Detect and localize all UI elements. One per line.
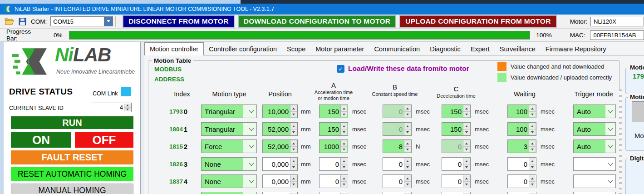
position-stepper[interactable]: 10,000 [262, 104, 298, 118]
acceleration-time-stepper[interactable]: 150 [319, 104, 348, 118]
background-window-strip [0, 0, 241, 4]
spinner-arrows[interactable] [463, 123, 470, 135]
waiting-time-stepper[interactable]: 0 [507, 157, 536, 171]
acceleration-time-stepper[interactable]: 0 [319, 174, 348, 188]
trigger-mode-select[interactable]: Auto [573, 139, 616, 153]
deceleration-time-stepper[interactable] [442, 192, 471, 194]
motion-table-row: 18041Triangular52,000mm150msec0msec150ms… [144, 122, 644, 136]
slave-id-stepper[interactable]: 4 [91, 103, 132, 112]
constant-speed-time-stepper[interactable]: -8 [383, 139, 412, 153]
off-button[interactable]: OFF [75, 132, 133, 148]
deceleration-time-stepper[interactable]: 150 [442, 104, 471, 118]
constant-speed-time-stepper[interactable]: 0 [383, 157, 412, 171]
spinner-arrows[interactable] [340, 105, 347, 117]
spinner-arrows[interactable] [290, 123, 297, 135]
spinner-arrows[interactable] [340, 158, 347, 170]
on-button[interactable]: ON [11, 132, 71, 148]
reset-automatic-homing-button[interactable]: RESET AUTOMATIC HOMING [11, 167, 133, 181]
deceleration-time-stepper[interactable]: 0 [442, 139, 471, 153]
disconnect-from-motor-button[interactable]: DISCONNECT FROM MOTOR [123, 15, 234, 27]
com-port-select[interactable]: COM15 [50, 16, 113, 26]
motor-name-field[interactable]: NLi120X [590, 17, 644, 26]
run-status-button[interactable]: RUN [11, 116, 133, 129]
right-panel-2-button[interactable] [632, 101, 644, 122]
spinner-arrows[interactable] [290, 158, 297, 170]
motion-type-select[interactable]: None [201, 174, 257, 188]
waiting-time-stepper[interactable] [507, 192, 536, 194]
waiting-time-stepper[interactable]: 3 [507, 139, 536, 153]
constant-speed-time-stepper[interactable]: 0 [383, 104, 412, 118]
spinner-arrows[interactable] [529, 140, 536, 152]
motion-type-select[interactable]: None [201, 157, 257, 171]
spinner-arrows[interactable] [290, 105, 297, 117]
position-stepper[interactable]: 52,000 [262, 122, 298, 136]
brand-ni: Ni [55, 44, 73, 65]
download-configuration-button[interactable]: DOWNLOAD CONFIGURATION TO MOTOR [238, 15, 396, 27]
save-icon[interactable] [19, 18, 26, 25]
spinner-arrows[interactable] [529, 123, 536, 135]
field-value: 10,000 [265, 105, 289, 118]
acceleration-time-stepper[interactable]: 150 [319, 122, 348, 136]
spinner-arrows[interactable] [290, 175, 297, 187]
field-value: 150 [321, 105, 339, 118]
spinner-arrows[interactable] [404, 140, 411, 152]
motion-type-select[interactable] [201, 192, 257, 194]
spinner-arrows[interactable] [340, 175, 347, 187]
spinner-arrows[interactable] [290, 140, 297, 152]
spinner-arrows[interactable] [463, 105, 470, 117]
trigger-mode-select[interactable] [573, 157, 616, 171]
deceleration-time-stepper[interactable]: 0 [442, 157, 471, 171]
position-stepper[interactable]: 0,000 [262, 174, 298, 188]
acceleration-time-stepper[interactable]: 1000 [319, 139, 348, 153]
spinner-arrows[interactable] [404, 175, 411, 187]
spinner-arrows[interactable] [463, 140, 470, 152]
spinner-arrows[interactable] [340, 140, 347, 152]
chevron-down-icon [249, 143, 254, 148]
field-value: -8 [385, 140, 403, 153]
brand-name: NiLAB [55, 44, 111, 66]
position-stepper[interactable]: 52,000 [262, 139, 298, 153]
motion-type-select[interactable]: Triangular [201, 104, 257, 118]
tab-motion-controller[interactable]: Motion controller [144, 42, 204, 55]
com-dropdown-arrow-icon[interactable] [104, 17, 113, 26]
spinner-arrows[interactable] [463, 158, 470, 170]
upload-configuration-button[interactable]: UPLOAD CONFIGURATION FROM MOTOR [400, 15, 556, 27]
constant-speed-time-stepper[interactable]: 0 [383, 122, 412, 136]
deceleration-time-stepper[interactable]: 0 [442, 174, 471, 188]
mac-label: MAC: [570, 32, 585, 39]
spinner-arrows[interactable] [529, 175, 536, 187]
spinner-arrows[interactable] [404, 123, 411, 135]
manual-homing-button[interactable]: MANUAL HOMING [11, 184, 133, 194]
waiting-time-stepper[interactable]: 100 [507, 104, 536, 118]
unit-label: msec [416, 104, 430, 118]
motion-type-select[interactable]: Force [201, 139, 257, 153]
spinner-arrows[interactable] [529, 158, 536, 170]
spinner-arrows[interactable] [404, 158, 411, 170]
mac-address-field[interactable]: 00FFB1B154AB [590, 30, 644, 40]
trigger-mode-select[interactable] [573, 174, 616, 188]
acceleration-time-stepper[interactable] [319, 192, 348, 194]
spinner-arrows[interactable] [404, 105, 411, 117]
vertical-splitter[interactable] [619, 90, 622, 194]
position-stepper[interactable]: 0,000 [262, 157, 298, 171]
sidebar: NiLAB Neue innovative Linearantriebe DRI… [4, 42, 141, 194]
trigger-mode-select[interactable] [573, 192, 616, 194]
acceleration-time-stepper[interactable]: 0 [319, 157, 348, 171]
trigger-mode-select[interactable]: Auto [573, 104, 616, 118]
trigger-mode-select[interactable]: Auto [573, 122, 616, 136]
field-value: Triangular [205, 123, 235, 135]
motion-table-row: 18263None0,000mm0msec0msec0msec0msec [144, 157, 644, 171]
constant-speed-time-stepper[interactable] [383, 192, 412, 194]
position-stepper[interactable] [262, 192, 298, 194]
spinner-arrows[interactable] [529, 105, 536, 117]
waiting-time-stepper[interactable]: 0 [507, 174, 536, 188]
constant-speed-time-stepper[interactable]: 0 [383, 174, 412, 188]
motion-type-select[interactable]: Triangular [201, 122, 257, 136]
waiting-time-stepper[interactable]: 100 [507, 122, 536, 136]
spinner-arrows[interactable] [463, 175, 470, 187]
deceleration-time-stepper[interactable]: 150 [442, 122, 471, 136]
spinner-arrows[interactable] [340, 123, 347, 135]
fault-reset-button[interactable]: FAULT RESET [11, 150, 133, 164]
open-file-icon[interactable] [5, 18, 14, 25]
slave-id-spinner-arrows[interactable] [124, 104, 131, 111]
